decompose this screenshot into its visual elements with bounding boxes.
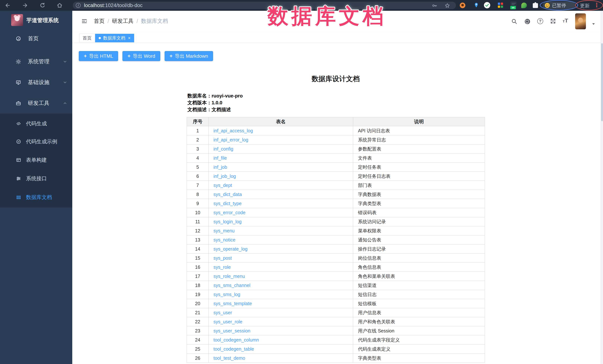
export-word-button[interactable]: + 导出 Word	[122, 51, 160, 61]
scrollbar-track[interactable]	[601, 11, 603, 364]
extension-dark-on-icon[interactable]: on	[510, 2, 516, 7]
export-html-button[interactable]: + 导出 HTML	[79, 51, 118, 61]
table-name-link[interactable]: sys_role	[213, 265, 231, 270]
row-index: 10	[187, 208, 209, 217]
password-key-icon[interactable]	[432, 3, 438, 9]
table-name-link[interactable]: sys_post	[213, 255, 232, 261]
bookmark-star-icon[interactable]	[444, 3, 450, 9]
github-icon[interactable]	[524, 18, 530, 24]
table-name-link[interactable]: inf_api_access_log	[213, 128, 253, 133]
reload-icon[interactable]	[39, 2, 46, 9]
browser-update-button[interactable]: 更新	[577, 3, 592, 9]
table-name-link[interactable]: sys_error_code	[213, 210, 245, 215]
table-name-link[interactable]: sys_operate_log	[213, 246, 247, 252]
scrollbar-thumb[interactable]	[601, 43, 603, 121]
on-badge: on	[510, 6, 516, 9]
sidebar-item-devtools[interactable]: 研发工具	[0, 93, 72, 114]
table-name-link[interactable]: sys_notice	[213, 237, 235, 243]
table-name-link[interactable]: sys_dept	[213, 183, 232, 188]
table-name-link[interactable]: inf_api_error_log	[213, 137, 248, 142]
document-info: 数据库名：ruoyi-vue-pro 文档版本：1.0.0 文档描述：文档描述	[187, 92, 243, 113]
table-grid-icon	[16, 195, 21, 200]
forward-icon[interactable]	[22, 2, 28, 9]
extension-pin-icon[interactable]	[473, 2, 480, 9]
table-name-link[interactable]: sys_menu	[213, 228, 235, 233]
extension-check-icon[interactable]	[484, 2, 490, 8]
table-name-link[interactable]: inf_file	[213, 155, 227, 161]
table-name-link[interactable]: tool_codegen_table	[213, 346, 254, 352]
row-index: 25	[187, 344, 209, 353]
table-name-cell: inf_job_log	[209, 172, 353, 181]
extension-leaf-icon[interactable]	[521, 3, 527, 8]
fullscreen-icon[interactable]	[550, 18, 556, 24]
sidebar-item-db-doc[interactable]: 数据库文档	[0, 188, 72, 206]
tag-home[interactable]: 首页	[79, 34, 95, 42]
table-name-cell: sys_operate_log	[209, 244, 353, 254]
table-name-link[interactable]: sys_user	[213, 310, 232, 315]
table-desc-cell: 用户和角色关联表	[353, 317, 485, 326]
table-row: 14 sys_operate_log 操作日志记录	[187, 244, 485, 254]
table-name-link[interactable]: sys_dict_data	[213, 192, 242, 197]
sidebar-item-infra[interactable]: 基础设施	[0, 72, 72, 93]
address-bar[interactable]: i localhost:1024/tool/db-doc	[73, 2, 456, 9]
table-row: 6 inf_job_log 定时任务日志表	[187, 172, 485, 181]
hamburger-icon[interactable]	[81, 18, 88, 24]
table-row: 25 tool_codegen_table 代码生成表定义	[187, 344, 485, 353]
table-desc-cell: 用户在线 Session	[353, 326, 485, 335]
sidebar-item-codegen-example[interactable]: 代码生成示例	[0, 132, 72, 151]
extension-puzzle-icon[interactable]	[533, 3, 538, 8]
table-name-link[interactable]: sys_user_role	[213, 319, 243, 324]
table-name-link[interactable]: inf_config	[213, 146, 233, 152]
code-icon	[16, 121, 21, 126]
extension-orange-icon[interactable]	[460, 3, 465, 8]
table-name-link[interactable]: sys_sms_log	[213, 292, 240, 297]
extension-paused-chip[interactable]: 已暂停	[543, 1, 576, 9]
breadcrumb-home[interactable]: 首页	[94, 17, 104, 25]
breadcrumb-devtools[interactable]: 研发工具	[112, 17, 134, 25]
sidebar-submenu: 代码生成 代码生成示例 表单构建 系统接口 数据库文档	[0, 114, 72, 208]
sidebar-item-form-builder[interactable]: 表单构建	[0, 151, 72, 169]
sidebar-item-system[interactable]: 系统管理	[0, 51, 72, 72]
close-icon[interactable]: ×	[128, 36, 131, 40]
table-name-link[interactable]: sys_login_log	[213, 219, 242, 224]
table-desc-cell: 字典类型表	[353, 199, 485, 208]
sidebar-item-system-api[interactable]: 系统接口	[0, 169, 72, 188]
table-name-link[interactable]: sys_sms_template	[213, 301, 252, 306]
table-name-link[interactable]: sys_dict_type	[213, 201, 242, 206]
browser-menu-icon[interactable]: ⋮	[594, 1, 600, 9]
table-row: 13 sys_notice 通知公告表	[187, 235, 485, 244]
row-index: 17	[187, 272, 209, 281]
help-icon[interactable]: ?	[537, 18, 543, 24]
table-name-link[interactable]: inf_job_log	[213, 174, 236, 179]
plus-icon: +	[170, 53, 173, 59]
home-icon[interactable]	[57, 2, 63, 9]
export-markdown-button[interactable]: + 导出 Markdown	[165, 51, 213, 61]
font-size-icon[interactable]: тT	[563, 17, 568, 24]
back-icon[interactable]	[4, 2, 11, 9]
table-name-link[interactable]: sys_role_menu	[213, 274, 245, 279]
sidebar-item-codegen[interactable]: 代码生成	[0, 114, 72, 132]
table-name-link[interactable]: sys_sms_channel	[213, 283, 250, 288]
table-desc-cell: 短信渠道	[353, 281, 485, 290]
table-desc-cell: 短信日志	[353, 290, 485, 299]
row-index: 15	[187, 254, 209, 263]
table-desc-cell: 岗位信息表	[353, 254, 485, 263]
table-desc-cell: 部门表	[353, 181, 485, 190]
table-row: 23 sys_user_session 用户在线 Session	[187, 326, 485, 335]
table-name-link[interactable]: tool_test_demo	[213, 355, 245, 361]
table-row: 22 sys_user_role 用户和角色关联表	[187, 317, 485, 326]
table-name-link[interactable]: tool_codegen_column	[213, 337, 259, 342]
table-desc-cell: 菜单权限表	[353, 226, 485, 235]
site-info-icon[interactable]: i	[76, 3, 81, 8]
table-name-link[interactable]: inf_job	[213, 165, 227, 170]
user-avatar[interactable]	[575, 13, 586, 29]
table-row: 16 sys_role 角色信息表	[187, 263, 485, 272]
search-icon[interactable]	[511, 18, 517, 24]
table-header-row: 序号 表名 说明	[187, 117, 485, 126]
table-name-link[interactable]: sys_user_session	[213, 328, 250, 333]
extension-grid-icon[interactable]	[498, 3, 503, 8]
sidebar-item-home[interactable]: 首页	[0, 28, 72, 49]
tag-db-doc-active[interactable]: 数据库文档 ×	[95, 34, 134, 42]
caret-down-icon[interactable]	[591, 22, 596, 26]
sidebar-item-label: 代码生成示例	[26, 138, 57, 145]
